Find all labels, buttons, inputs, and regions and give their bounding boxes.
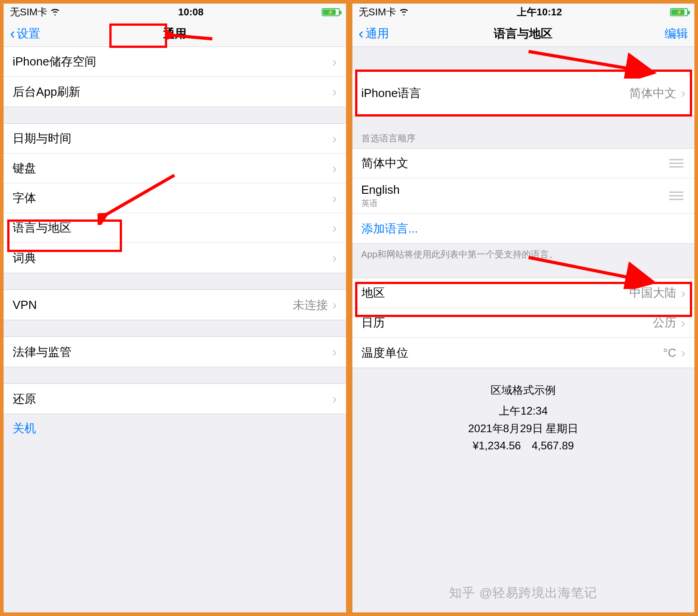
carrier-text: 无SIM卡 xyxy=(10,5,47,19)
chevron-right-icon: › xyxy=(681,345,685,360)
chevron-right-icon: › xyxy=(681,315,685,331)
back-label: 通用 xyxy=(365,26,389,42)
row-label: iPhone语言 xyxy=(361,85,422,101)
row-label: 温度单位 xyxy=(361,345,408,361)
chevron-right-icon: › xyxy=(681,85,685,101)
chevron-left-icon: ‹ xyxy=(10,25,15,41)
row-label: 日期与时间 xyxy=(13,131,71,146)
row-pref-lang-zh[interactable]: 简体中文 xyxy=(352,149,695,178)
nav-title: 通用 xyxy=(4,26,346,42)
nav-bar: ‹ 通用 语言与地区 编辑 xyxy=(352,21,695,47)
region-format-example: 区域格式示例 上午12:34 2021年8月29日 星期日 ¥1,234.56 … xyxy=(352,368,695,459)
chevron-right-icon: › xyxy=(333,131,337,146)
pref-lang-header: 首选语言顺序 xyxy=(352,128,695,148)
wifi-icon xyxy=(50,7,60,18)
group-pref-langs: 简体中文 English 英语 添加语言... xyxy=(352,148,695,244)
phone-language-region: 无SIM卡 上午10:12 ⚡ ‹ 通用 语言与地区 编辑 iPhone语言 简… xyxy=(352,4,695,612)
row-dictionary[interactable]: 词典 › xyxy=(4,243,346,273)
chevron-right-icon: › xyxy=(333,297,337,313)
back-label: 设置 xyxy=(17,26,40,42)
row-reset[interactable]: 还原 › xyxy=(4,384,346,414)
row-vpn[interactable]: VPN 未连接 › xyxy=(4,290,346,320)
row-value: 简体中文 xyxy=(629,85,676,101)
lang-name: English xyxy=(361,183,400,196)
row-value: 未连接 xyxy=(293,297,328,313)
chevron-right-icon: › xyxy=(333,220,337,236)
example-time: 上午12:34 xyxy=(352,402,695,420)
back-button[interactable]: ‹ 通用 xyxy=(359,26,389,42)
reorder-handle-icon[interactable] xyxy=(669,159,685,168)
status-time: 10:08 xyxy=(178,6,203,18)
group-reset: 还原 › xyxy=(4,383,346,414)
group-datetime: 日期与时间 › 键盘 › 字体 › 语言与地区 › 词典 › xyxy=(4,123,346,273)
chevron-right-icon: › xyxy=(333,161,337,176)
row-date-time[interactable]: 日期与时间 › xyxy=(4,124,346,154)
reorder-handle-icon[interactable] xyxy=(669,191,685,200)
row-keyboard[interactable]: 键盘 › xyxy=(4,154,346,183)
back-button[interactable]: ‹ 设置 xyxy=(10,26,40,42)
example-date: 2021年8月29日 星期日 xyxy=(352,420,695,437)
row-label: 日历 xyxy=(361,315,385,331)
row-label: 后台App刷新 xyxy=(13,84,80,100)
group-vpn: VPN 未连接 › xyxy=(4,289,346,320)
chevron-right-icon: › xyxy=(333,344,337,359)
row-label: 添加语言... xyxy=(361,221,418,237)
nav-title: 语言与地区 xyxy=(352,26,695,42)
row-calendar[interactable]: 日历 公历 › xyxy=(352,308,695,338)
row-label: 语言与地区 xyxy=(13,220,71,236)
row-label: VPN xyxy=(13,298,37,312)
row-region[interactable]: 地区 中国大陆 › xyxy=(352,278,695,308)
row-label: 法律与监管 xyxy=(13,344,71,360)
battery-icon: ⚡ xyxy=(670,8,688,16)
example-header: 区域格式示例 xyxy=(352,382,695,399)
row-shutdown[interactable]: 关机 xyxy=(4,414,346,443)
wifi-icon xyxy=(399,7,409,18)
group-storage: iPhone储存空间 › 后台App刷新 › xyxy=(4,47,346,107)
chevron-right-icon: › xyxy=(333,54,337,70)
row-add-language[interactable]: 添加语言... xyxy=(352,214,695,243)
row-iphone-language[interactable]: iPhone语言 简体中文 › xyxy=(352,70,695,116)
group-region: 地区 中国大陆 › 日历 公历 › 温度单位 °C › xyxy=(352,278,695,368)
row-legal[interactable]: 法律与监管 › xyxy=(4,337,346,367)
row-label: English 英语 xyxy=(361,183,400,209)
group-legal: 法律与监管 › xyxy=(4,336,346,367)
row-label: 地区 xyxy=(361,285,385,301)
group-iphone-language: iPhone语言 简体中文 › xyxy=(352,70,695,116)
row-language-region[interactable]: 语言与地区 › xyxy=(4,213,346,243)
pref-lang-footer: App和网站将使用此列表中第一个受支持的语言。 xyxy=(352,244,695,264)
row-value: 中国大陆 xyxy=(629,285,676,301)
row-pref-lang-en[interactable]: English 英语 xyxy=(352,178,695,214)
status-bar: 无SIM卡 10:08 ⚡ xyxy=(4,4,346,21)
edit-button[interactable]: 编辑 xyxy=(665,26,688,42)
carrier-text: 无SIM卡 xyxy=(359,5,396,19)
chevron-left-icon: ‹ xyxy=(359,25,364,41)
chevron-right-icon: › xyxy=(333,191,337,206)
status-time: 上午10:12 xyxy=(517,5,562,19)
example-number: ¥1,234.56 4,567.89 xyxy=(352,437,695,454)
row-temperature[interactable]: 温度单位 °C › xyxy=(352,338,695,368)
chevron-right-icon: › xyxy=(681,285,685,301)
chevron-right-icon: › xyxy=(333,84,337,99)
row-fonts[interactable]: 字体 › xyxy=(4,183,346,213)
row-label: 词典 xyxy=(13,250,36,266)
lang-sub: 英语 xyxy=(361,198,400,209)
row-value: °C xyxy=(663,346,676,360)
row-value: 公历 xyxy=(653,315,676,331)
row-label: 键盘 xyxy=(13,160,36,176)
row-label: 还原 xyxy=(13,391,36,407)
chevron-right-icon: › xyxy=(333,391,337,406)
watermark: 知乎 @轻易跨境出海笔记 xyxy=(449,584,597,602)
row-label: 字体 xyxy=(13,190,36,206)
chevron-right-icon: › xyxy=(333,250,337,266)
row-label: 简体中文 xyxy=(361,155,408,171)
row-background-refresh[interactable]: 后台App刷新 › xyxy=(4,77,346,107)
phone-general: 无SIM卡 10:08 ⚡ ‹ 设置 通用 iPhone储存空间 › 后台App… xyxy=(4,4,346,612)
battery-icon: ⚡ xyxy=(322,8,340,16)
row-label: iPhone储存空间 xyxy=(13,54,96,70)
nav-bar: ‹ 设置 通用 xyxy=(4,21,346,47)
row-iphone-storage[interactable]: iPhone储存空间 › xyxy=(4,47,346,77)
status-bar: 无SIM卡 上午10:12 ⚡ xyxy=(352,4,695,21)
